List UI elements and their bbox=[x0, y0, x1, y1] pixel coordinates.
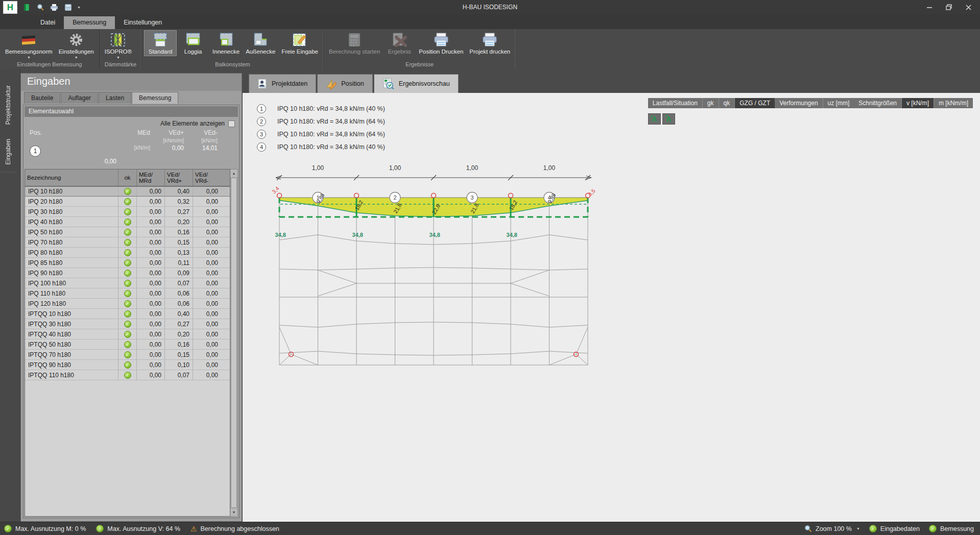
tab-projektdaten[interactable]: Projektdaten bbox=[249, 74, 316, 93]
element-name[interactable]: IPTQQ 110 h180 bbox=[25, 370, 118, 380]
element-name[interactable]: IPQ 50 h180 bbox=[25, 227, 118, 237]
table-row[interactable]: IPTQQ 30 h180✓0,000,270,00 bbox=[25, 319, 230, 329]
ribbon-tab-einstellungen[interactable]: Einstellungen bbox=[115, 16, 171, 29]
element-name[interactable]: IPTQQ 30 h180 bbox=[25, 319, 118, 329]
app-logo[interactable]: H bbox=[3, 1, 17, 14]
option-toggle[interactable]: v [kN/m] bbox=[901, 98, 934, 108]
group-label: Balkonsystem bbox=[144, 61, 321, 69]
ribbon-tab-datei[interactable]: Datei bbox=[32, 16, 64, 29]
element-name[interactable]: IPTQQ 10 h180 bbox=[25, 309, 118, 319]
table-row[interactable]: IPQ 20 h180✓0,000,320,00 bbox=[25, 197, 230, 207]
scroll-up-icon[interactable]: ▲ bbox=[230, 169, 237, 177]
tab-ergebnisvorschau[interactable]: Ergebnisvorschau bbox=[374, 74, 459, 93]
element-name[interactable]: IPQ 90 h180 bbox=[25, 268, 118, 278]
zoom-dropdown-icon[interactable]: ▼ bbox=[856, 527, 860, 530]
isopro-button[interactable]: ISOPRO® ▼ bbox=[102, 30, 135, 61]
table-row[interactable]: IPQ 40 h180✓0,000,200,00 bbox=[25, 217, 230, 227]
search-icon[interactable] bbox=[36, 4, 45, 12]
check-icon: ✓ bbox=[869, 525, 877, 532]
element-name[interactable]: IPQ 80 h180 bbox=[25, 248, 118, 257]
dropdown-caret-icon: ▼ bbox=[75, 56, 78, 60]
ribbon-group-einstellungen-bemessung: Bemessungsnorm ▼ Einstellungen ▼ Einstel… bbox=[0, 29, 99, 69]
close-button[interactable] bbox=[960, 1, 977, 13]
table-row[interactable]: IPTQQ 90 h180✓0,000,100,00 bbox=[25, 360, 230, 370]
element-name[interactable]: IPQ 100 h180 bbox=[25, 278, 118, 288]
gear-icon bbox=[69, 32, 83, 47]
option-toggle[interactable]: m [kNm/m] bbox=[934, 98, 973, 108]
table-row[interactable]: IPQ 80 h180✓0,000,130,00 bbox=[25, 248, 230, 258]
element-name[interactable]: IPQ 10 h180 bbox=[25, 187, 118, 196]
element-name[interactable]: IPQ 30 h180 bbox=[25, 207, 118, 216]
element-name[interactable]: IPQ 120 h180 bbox=[25, 299, 118, 308]
standard-button[interactable]: Standard bbox=[144, 30, 177, 56]
position-drucken-button[interactable]: Position Drucken bbox=[416, 30, 466, 56]
ribbon-tab-bar: Datei Bemessung Einstellungen bbox=[0, 14, 980, 29]
print-icon[interactable] bbox=[50, 4, 59, 12]
ribbon-tab-bemessung[interactable]: Bemessung bbox=[64, 16, 115, 29]
table-row[interactable]: IPTQQ 70 h180✓0,000,150,00 bbox=[25, 350, 230, 360]
option-toggle[interactable]: qk bbox=[719, 98, 735, 108]
calculator-icon[interactable] bbox=[63, 4, 73, 12]
loggia-button[interactable]: Loggia bbox=[177, 30, 209, 56]
element-name[interactable]: IPTQQ 70 h180 bbox=[25, 350, 118, 359]
table-row[interactable]: IPTQQ 50 h180✓0,000,160,00 bbox=[25, 339, 230, 350]
table-row[interactable]: IPQ 85 h180✓0,000,110,00 bbox=[25, 258, 230, 268]
tab-lasten[interactable]: Lasten bbox=[99, 92, 131, 104]
element-name[interactable]: IPQ 70 h180 bbox=[25, 237, 118, 247]
aussenecke-button[interactable]: Außenecke bbox=[243, 30, 278, 56]
table-row[interactable]: IPQ 50 h180✓0,000,160,00 bbox=[25, 227, 230, 237]
freie-eingabe-button[interactable]: Freie Eingabe bbox=[278, 30, 321, 56]
table-row[interactable]: IPQ 110 h180✓0,000,060,00 bbox=[25, 288, 230, 299]
table-row[interactable]: IPTQQ 10 h180✓0,000,400,00 bbox=[25, 309, 230, 319]
table-row[interactable]: IPQ 100 h180✓0,000,070,00 bbox=[25, 278, 230, 288]
table-row[interactable]: IPQ 90 h180✓0,000,090,00 bbox=[25, 268, 230, 278]
ribbon: Bemessungsnorm ▼ Einstellungen ▼ Einstel… bbox=[0, 29, 980, 69]
projekt-drucken-button[interactable]: Projekt drucken bbox=[466, 30, 513, 56]
font-decrease-button[interactable]: ▼A bbox=[662, 113, 675, 125]
table-row[interactable]: IPTQQ 110 h180✓0,000,070,00 bbox=[25, 370, 230, 380]
minimize-button[interactable] bbox=[921, 1, 938, 13]
result-document-icon bbox=[391, 32, 408, 47]
element-name[interactable]: IPQ 110 h180 bbox=[25, 288, 118, 298]
tab-auflager[interactable]: Auflager bbox=[61, 92, 98, 104]
sidebar-tab-projektstruktur[interactable]: Projektstruktur bbox=[0, 78, 16, 132]
table-row[interactable]: IPQ 120 h180✓0,000,060,00 bbox=[25, 299, 230, 309]
workspace: Projektstruktur Eingaben Eingaben Bautei… bbox=[0, 69, 980, 522]
element-name[interactable]: IPTQQ 50 h180 bbox=[25, 339, 118, 349]
sidebar-tab-eingaben[interactable]: Eingaben bbox=[0, 132, 16, 173]
table-row[interactable]: IPQ 10 h180✓0,000,400,00 bbox=[25, 186, 230, 197]
table-row[interactable]: IPQ 30 h180✓0,000,270,00 bbox=[25, 207, 230, 217]
element-table-header: Bezeichnung ok MEd/ MRd VEd/ VRd+ VEd/ V… bbox=[25, 169, 230, 186]
book-icon[interactable] bbox=[22, 4, 31, 12]
bemessungsnorm-button[interactable]: Bemessungsnorm ▼ bbox=[2, 30, 56, 61]
zoom-control[interactable]: Zoom 100 % ▼ bbox=[804, 525, 860, 532]
option-toggle[interactable]: gk bbox=[702, 98, 719, 108]
element-name[interactable]: IPTQQ 40 h180 bbox=[25, 329, 118, 339]
element-name[interactable]: IPTQQ 90 h180 bbox=[25, 360, 118, 370]
table-row[interactable]: IPTQQ 40 h180✓0,000,200,00 bbox=[25, 329, 230, 339]
dropdown-caret-icon: ▼ bbox=[116, 56, 120, 60]
innenecke-button[interactable]: Innenecke bbox=[209, 30, 243, 56]
restore-button[interactable] bbox=[940, 1, 958, 13]
position-number-badge[interactable]: 1 bbox=[30, 145, 41, 157]
tab-position[interactable]: Position bbox=[317, 74, 372, 93]
result-legend: 1IPQ 10 h180: vRd = 34,8 kN/m (40 %)2IPQ… bbox=[257, 104, 385, 152]
table-scrollbar[interactable]: ▲ ▼ bbox=[230, 169, 238, 517]
option-bar-label: Schnittgrößen bbox=[854, 98, 901, 108]
ribbon-group-balkonsystem: Standard Loggia Innenecke bbox=[141, 29, 323, 69]
table-row[interactable]: IPQ 70 h180✓0,000,150,00 bbox=[25, 237, 230, 248]
element-name[interactable]: IPQ 85 h180 bbox=[25, 258, 118, 268]
element-name[interactable]: IPQ 40 h180 bbox=[25, 217, 118, 227]
scrollbar-thumb[interactable] bbox=[231, 178, 237, 508]
font-increase-button[interactable]: ▲A bbox=[648, 113, 661, 125]
quick-access-dropdown-icon[interactable]: ▼ bbox=[77, 6, 81, 9]
tab-bemessung[interactable]: Bemessung bbox=[132, 92, 178, 104]
show-all-elements-checkbox[interactable] bbox=[228, 120, 235, 127]
element-name[interactable]: IPQ 20 h180 bbox=[25, 197, 118, 206]
tab-bauteile[interactable]: Bauteile bbox=[24, 92, 60, 104]
scroll-down-icon[interactable]: ▼ bbox=[230, 508, 237, 516]
option-toggle[interactable]: uz [mm] bbox=[823, 98, 854, 108]
option-toggle[interactable]: GZG / GZT bbox=[734, 98, 775, 108]
einstellungen-button[interactable]: Einstellungen ▼ bbox=[56, 30, 97, 61]
project-data-icon bbox=[257, 78, 268, 89]
